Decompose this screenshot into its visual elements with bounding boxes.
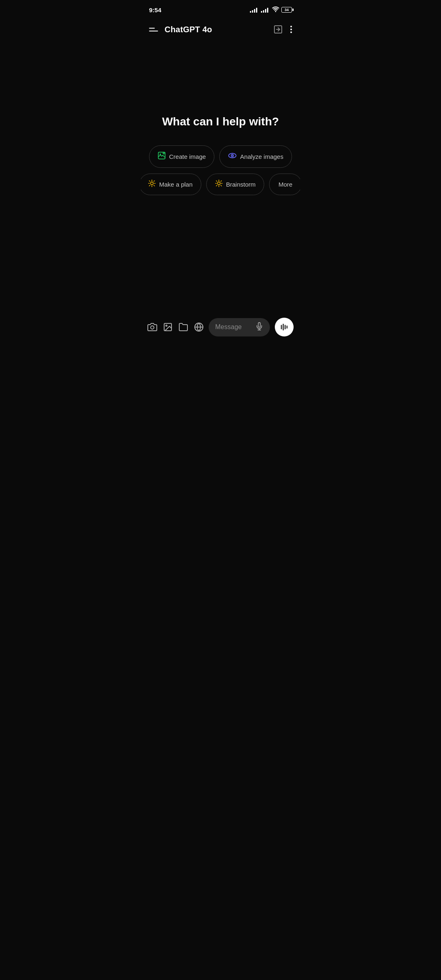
- dot: [290, 26, 292, 27]
- action-buttons: Create image Analyze images: [149, 145, 292, 195]
- signal-bar: [267, 8, 268, 13]
- hamburger-line-top: [149, 28, 155, 29]
- create-image-icon: [158, 151, 166, 162]
- voice-button[interactable]: [275, 318, 294, 336]
- svg-line-21: [220, 185, 221, 186]
- signal-bar: [252, 10, 253, 13]
- svg-line-22: [220, 181, 221, 182]
- battery-icon: 34: [281, 7, 292, 13]
- brainstorm-label: Brainstorm: [226, 181, 256, 188]
- svg-line-11: [149, 181, 150, 182]
- signal-bars-1: [250, 7, 257, 13]
- action-row-1: Create image Analyze images: [149, 145, 292, 168]
- edit-button[interactable]: [273, 24, 283, 34]
- battery-level: 34: [285, 8, 289, 12]
- more-label: More: [278, 181, 292, 188]
- analyze-images-icon: [228, 151, 237, 162]
- signal-bar: [256, 8, 257, 13]
- image-button[interactable]: [163, 322, 173, 332]
- brainstorm-button[interactable]: Brainstorm: [206, 174, 265, 195]
- create-image-label: Create image: [169, 153, 206, 160]
- signal-bar: [250, 11, 251, 13]
- make-plan-label: Make a plan: [159, 181, 193, 188]
- svg-line-23: [216, 185, 217, 186]
- analyze-images-button[interactable]: Analyze images: [219, 145, 292, 168]
- action-row-2: Make a plan Brainsto: [141, 174, 300, 195]
- status-bar: 9:54 34: [141, 0, 300, 18]
- bottom-bar: Message: [141, 313, 300, 345]
- dot: [290, 29, 292, 30]
- create-image-button[interactable]: Create image: [149, 145, 214, 168]
- signal-bars-2: [261, 7, 268, 13]
- globe-button[interactable]: [194, 322, 204, 332]
- folder-button[interactable]: [178, 322, 188, 332]
- svg-line-14: [149, 185, 150, 186]
- hero-title: What can I help with?: [162, 114, 279, 129]
- svg-rect-34: [287, 325, 288, 328]
- message-input-wrap[interactable]: Message: [209, 318, 270, 336]
- make-plan-button[interactable]: Make a plan: [141, 174, 201, 195]
- svg-point-5: [232, 155, 233, 156]
- more-button[interactable]: More: [269, 174, 300, 195]
- nav-left: ChatGPT 4o: [149, 25, 212, 34]
- hamburger-line-mid: [149, 31, 158, 31]
- signal-bar: [263, 10, 264, 13]
- signal-bar: [254, 9, 255, 13]
- analyze-images-label: Analyze images: [240, 153, 283, 160]
- svg-rect-32: [283, 324, 284, 331]
- svg-rect-33: [285, 325, 286, 330]
- main-content: What can I help with? Create image: [141, 114, 300, 195]
- make-plan-icon: [148, 179, 156, 189]
- wifi-icon: [272, 7, 279, 13]
- message-placeholder: Message: [215, 323, 251, 331]
- svg-line-12: [154, 185, 154, 186]
- bottom-icons: [147, 322, 204, 332]
- svg-point-26: [166, 325, 167, 326]
- nav-right: [273, 24, 292, 34]
- svg-line-13: [154, 181, 154, 182]
- brainstorm-icon: [215, 179, 223, 189]
- status-time: 9:54: [149, 7, 161, 13]
- svg-rect-31: [281, 325, 282, 330]
- svg-point-24: [151, 326, 154, 329]
- camera-button[interactable]: [147, 322, 157, 332]
- svg-point-15: [217, 182, 220, 185]
- menu-button[interactable]: [149, 28, 158, 31]
- status-icons: 34: [250, 7, 292, 13]
- svg-line-20: [216, 181, 217, 182]
- microphone-button[interactable]: [255, 322, 263, 332]
- more-options-button[interactable]: [290, 26, 292, 33]
- signal-bar: [261, 11, 262, 13]
- svg-point-6: [150, 182, 153, 185]
- app-title: ChatGPT 4o: [165, 25, 212, 34]
- signal-bar: [265, 9, 266, 13]
- top-nav: ChatGPT 4o: [141, 18, 300, 41]
- dot: [290, 31, 292, 33]
